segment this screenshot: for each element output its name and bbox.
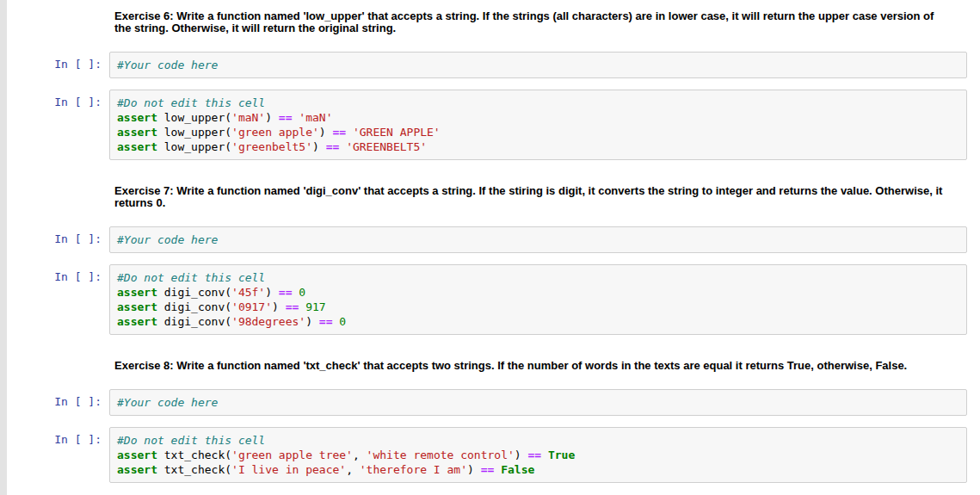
token-string: 'maN' <box>299 111 332 124</box>
token-string: '0917' <box>231 300 272 313</box>
token-string: 'greenbelt5' <box>231 140 312 153</box>
token-keyword: assert <box>117 140 157 153</box>
token-string: 'I live in peace' <box>231 463 346 476</box>
token-keyword: assert <box>117 126 157 139</box>
token-keyword: assert <box>117 449 157 461</box>
token-number: 0 <box>339 315 346 328</box>
token-keyword: False <box>501 463 534 476</box>
token-operator: == <box>326 140 340 153</box>
token-string: 'GREENBELT5' <box>346 140 427 153</box>
code-line: assert txt_check('I live in peace', 'the… <box>117 462 959 477</box>
token-plain: ) <box>319 126 333 139</box>
exercise-8-answer-cell: In [ ]:#Your code here <box>7 389 967 416</box>
token-comment: #Your code here <box>117 396 218 409</box>
token-comment: #Your code here <box>117 233 218 246</box>
code-editor-area[interactable]: #Your code here <box>109 52 967 78</box>
token-comment: #Your code here <box>117 59 218 71</box>
code-line: assert digi_conv('0917') == 917 <box>117 300 959 314</box>
exercise-8-instructions[interactable]: Exercise 8: Write a function named 'txt_… <box>114 360 947 372</box>
token-comment: #Do not edit this cell <box>117 96 265 109</box>
token-operator: == <box>279 286 293 299</box>
token-keyword: True <box>548 449 575 461</box>
exercise-7-test-cell: In [ ]:#Do not edit this cellassert digi… <box>7 264 967 335</box>
code-line: #Do not edit this cell <box>117 433 959 448</box>
token-operator: == <box>286 300 299 313</box>
token-plain: low_upper( <box>157 140 231 153</box>
token-plain: ) <box>467 463 481 476</box>
code-editor-area[interactable]: #Do not edit this cellassert txt_check('… <box>109 427 967 483</box>
token-keyword: assert <box>117 286 157 299</box>
token-operator: == <box>279 111 293 124</box>
token-plain: ) <box>305 315 319 328</box>
cell-input-prompt: In [ ]: <box>7 427 109 446</box>
token-plain: txt_check( <box>157 463 231 476</box>
token-plain <box>339 140 346 153</box>
token-plain: ) <box>265 286 279 299</box>
token-keyword: assert <box>117 111 157 124</box>
cell-input-prompt: In [ ]: <box>7 389 109 408</box>
token-comment: #Do not edit this cell <box>117 271 265 284</box>
code-line: assert low_upper('green apple') == 'GREE… <box>117 125 959 139</box>
code-line: assert txt_check('green apple tree', 'wh… <box>117 448 959 462</box>
code-line: #Your code here <box>117 395 959 410</box>
token-plain: low_upper( <box>157 111 231 124</box>
token-plain: , <box>353 449 367 461</box>
token-string: 'green apple tree' <box>231 449 353 461</box>
token-plain: ) <box>265 111 279 124</box>
token-plain <box>494 463 501 476</box>
token-plain: txt_check( <box>157 449 231 461</box>
exercise-6-answer-cell: In [ ]:#Your code here <box>7 52 967 78</box>
token-plain: ) <box>272 300 286 313</box>
code-line: assert low_upper('greenbelt5') == 'GREEN… <box>117 139 959 154</box>
token-string: '98degrees' <box>231 315 305 328</box>
token-plain <box>346 126 353 139</box>
exercise-7-answer-cell: In [ ]:#Your code here <box>7 226 967 253</box>
token-comment: #Do not edit this cell <box>117 434 265 447</box>
exercise-7-instructions[interactable]: Exercise 7: Write a function named 'digi… <box>114 185 947 209</box>
token-plain: ) <box>312 140 326 153</box>
exercise-8-test-cell: In [ ]:#Do not edit this cellassert txt_… <box>7 427 967 483</box>
token-number: 0 <box>299 286 305 299</box>
cell-input-prompt: In [ ]: <box>7 52 109 71</box>
exercise-6-test-cell: In [ ]:#Do not edit this cellassert low_… <box>7 90 967 160</box>
token-string: 'green apple' <box>231 126 319 139</box>
token-operator: == <box>481 463 495 476</box>
token-number: 917 <box>305 300 325 313</box>
token-operator: == <box>332 126 346 139</box>
code-editor-area[interactable]: #Your code here <box>109 226 967 253</box>
notebook-cell-list: Exercise 6: Write a function named 'low_… <box>7 0 980 483</box>
window-left-edge <box>0 0 7 495</box>
token-plain: digi_conv( <box>157 286 231 299</box>
token-plain <box>541 449 548 461</box>
token-keyword: assert <box>117 300 157 313</box>
code-editor-area[interactable]: #Your code here <box>109 389 967 416</box>
code-line: assert digi_conv('98degrees') == 0 <box>117 314 959 329</box>
token-string: '45f' <box>231 286 265 299</box>
token-string: 'therefore I am' <box>360 463 467 476</box>
cell-input-prompt: In [ ]: <box>7 90 109 108</box>
token-string: 'maN' <box>231 111 265 124</box>
code-line: assert low_upper('maN') == 'maN' <box>117 110 959 125</box>
token-plain: low_upper( <box>157 126 231 139</box>
cell-input-prompt: In [ ]: <box>7 264 109 283</box>
token-plain <box>299 300 305 313</box>
token-plain: , <box>346 463 360 476</box>
code-editor-area[interactable]: #Do not edit this cellassert low_upper('… <box>109 90 967 160</box>
token-keyword: assert <box>117 315 157 328</box>
code-editor-area[interactable]: #Do not edit this cellassert digi_conv('… <box>109 264 967 335</box>
token-operator: == <box>527 449 541 461</box>
token-operator: == <box>319 315 333 328</box>
token-plain: digi_conv( <box>157 315 231 328</box>
code-line: #Do not edit this cell <box>117 270 959 285</box>
cell-input-prompt: In [ ]: <box>7 226 109 245</box>
token-plain: digi_conv( <box>157 300 231 313</box>
exercise-6-instructions[interactable]: Exercise 6: Write a function named 'low_… <box>114 10 947 34</box>
code-line: #Do not edit this cell <box>117 96 959 110</box>
code-line: #Your code here <box>117 232 959 247</box>
token-keyword: assert <box>117 463 157 476</box>
code-line: assert digi_conv('45f') == 0 <box>117 285 959 300</box>
token-string: 'GREEN APPLE' <box>353 126 441 139</box>
code-line: #Your code here <box>117 58 959 72</box>
token-string: 'white remote control' <box>367 449 515 461</box>
token-plain: ) <box>515 449 528 461</box>
